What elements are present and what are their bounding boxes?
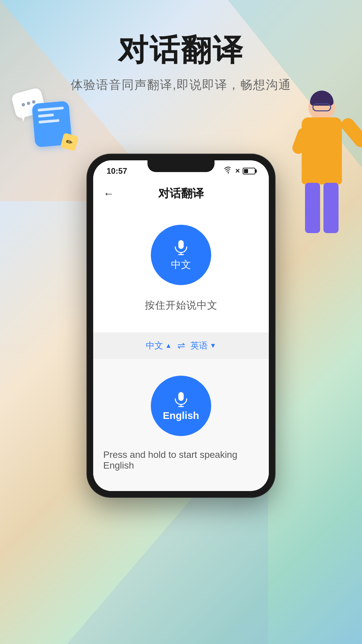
status-icons: ✕	[224, 167, 255, 175]
target-lang-arrow: ▼	[210, 342, 217, 350]
swap-languages-icon[interactable]: ⇌	[177, 340, 185, 351]
character-legs	[305, 183, 339, 233]
battery-icon	[243, 168, 255, 174]
decorative-icons: ✏	[17, 84, 54, 153]
character-body	[302, 117, 342, 184]
chinese-mic-button[interactable]: 中文	[151, 225, 211, 285]
source-lang-button[interactable]: 中文 ▲	[146, 340, 172, 352]
status-time: 10:57	[107, 166, 127, 176]
app-header: ← 对话翻译	[93, 179, 269, 208]
mic-icon-top	[173, 238, 189, 255]
english-prompt: Press and hold to start speaking English	[103, 449, 259, 471]
chinese-mic-label: 中文	[171, 258, 191, 272]
chinese-prompt: 按住开始说中文	[145, 299, 218, 312]
signal-x-icon: ✕	[235, 167, 240, 175]
phone-mockup: 10:57 ✕	[67, 154, 295, 497]
phone-inner: 10:57 ✕	[93, 160, 269, 491]
target-lang-label: 英语	[190, 340, 208, 352]
svg-rect-4	[178, 392, 184, 401]
list-card-icon: ✏	[32, 101, 72, 147]
english-mic-label: English	[163, 410, 199, 421]
wifi-icon	[224, 167, 232, 175]
bottom-panel-english: English Press and hold to start speaking…	[93, 359, 269, 491]
mic-icon-bottom	[173, 390, 189, 407]
target-lang-button[interactable]: 英语 ▼	[190, 340, 217, 352]
source-lang-arrow: ▲	[165, 342, 172, 350]
svg-point-0	[228, 172, 229, 173]
main-title: 对话翻译	[0, 34, 362, 67]
svg-rect-1	[178, 240, 184, 249]
back-button[interactable]: ←	[103, 187, 114, 200]
english-mic-button[interactable]: English	[151, 376, 211, 436]
character-head	[308, 94, 335, 121]
sub-title: 体验语音同声翻译,即说即译，畅想沟通	[0, 77, 362, 93]
phone-notch	[147, 160, 215, 172]
app-header-title: 对话翻译	[158, 186, 204, 201]
phone-outer: 10:57 ✕	[87, 154, 275, 497]
top-panel-chinese: 中文 按住开始说中文	[93, 208, 269, 332]
character-illustration	[288, 94, 355, 262]
language-divider: 中文 ▲ ⇌ 英语 ▼	[93, 332, 269, 359]
title-section: 对话翻译 体验语音同声翻译,即说即译，畅想沟通	[0, 0, 362, 93]
source-lang-label: 中文	[146, 340, 163, 352]
